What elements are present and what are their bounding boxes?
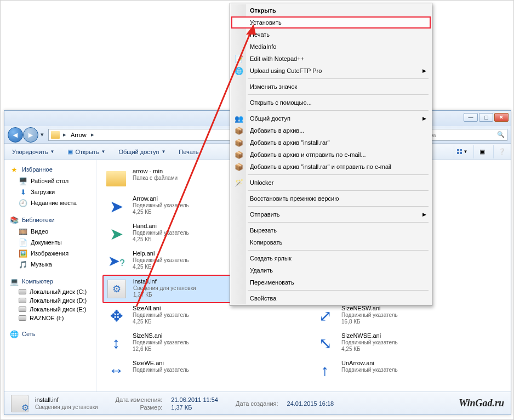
context-menu-item[interactable]: Вырезать (231, 224, 431, 236)
back-button[interactable]: ◄ (8, 127, 23, 143)
menu-item-icon: 📦 (235, 126, 243, 135)
sidebar-item-drive-d[interactable]: Локальный диск (D:) (4, 296, 96, 305)
context-menu-item[interactable]: Удалить (231, 264, 431, 276)
file-size: 4,25 КБ (133, 236, 189, 243)
file-icon: ⤢ (314, 305, 336, 327)
sidebar-item-documents[interactable]: 📄Документы (4, 237, 96, 248)
file-item[interactable]: arrow - minПапка с файлами (103, 166, 245, 193)
file-item[interactable]: ↔SizeWE.aniПодвижный указатель (103, 357, 245, 385)
view-mode-button[interactable]: ▼ (454, 145, 467, 158)
maximize-button[interactable]: ▢ (479, 113, 493, 122)
file-type: Подвижный указатель (133, 257, 189, 264)
file-icon: ➤ (105, 223, 127, 245)
menu-item-label: Печать (250, 31, 270, 38)
file-item[interactable]: ↑UnArrow.aniПодвижный указатель (312, 357, 454, 385)
menu-item-label: Добавить в архив "install.rar" и отправи… (250, 163, 391, 170)
sidebar-item-drive-e[interactable]: Локальный диск (E:) (4, 305, 96, 314)
favorites-header[interactable]: ★Избранное (4, 163, 96, 175)
close-button[interactable]: ✕ (494, 113, 509, 122)
file-item[interactable]: ✥SizeAll.aniПодвижный указатель4,25 КБ (103, 303, 245, 330)
file-type: Подвижный указатель (341, 312, 398, 319)
context-menu-item[interactable]: Открыть с помощью... (231, 97, 431, 109)
search-icon: 🔍 (497, 131, 505, 138)
file-item[interactable]: ➤Hand.aniПодвижный указатель4,25 КБ (103, 220, 245, 248)
context-menu-item[interactable]: Восстановить прежнюю версию (231, 192, 431, 205)
menu-item-label: Добавить в архив... (250, 127, 304, 134)
context-menu-item[interactable]: 📦Добавить в архив и отправить по e-mail.… (231, 149, 431, 161)
file-icon: ⚙ (106, 278, 128, 300)
file-type: Сведения для установки (133, 285, 196, 292)
context-menu-item[interactable]: Установить (231, 16, 431, 29)
breadcrumb-separator: ▸ (90, 131, 95, 138)
context-menu-item[interactable]: 📦Добавить в архив... (231, 124, 431, 137)
file-item[interactable]: ⤢SizeNESW.aniПодвижный указатель16,8 КБ (312, 303, 454, 330)
file-item[interactable]: ➤Arrow.aniПодвижный указатель4,25 КБ (103, 193, 245, 220)
context-menu-item[interactable]: 📝Edit with Notepad++ (231, 53, 431, 65)
context-menu-item[interactable]: Копировать (231, 236, 431, 248)
file-icon: ↕ (105, 332, 127, 354)
menu-item-label: Upload using CuteFTP Pro (250, 67, 322, 74)
file-name: Hand.ani (133, 223, 189, 230)
status-file-desc: Сведения для установки (35, 404, 98, 411)
context-menu-item[interactable]: Изменить значок (231, 81, 431, 93)
menu-item-label: MediaInfo (250, 43, 276, 50)
sidebar-item-desktop[interactable]: 🖥️Рабочий стол (4, 175, 96, 186)
file-type: Папка с файлами (133, 175, 178, 181)
help-button[interactable]: ❔ (493, 145, 506, 158)
context-menu-item[interactable]: 📦Добавить в архив "install.rar" (231, 137, 431, 149)
file-name: UnArrow.ani (341, 360, 398, 367)
context-menu-item[interactable]: 👥Общий доступ▶ (231, 112, 431, 124)
window-controls: — ▢ ✕ (464, 113, 509, 122)
video-icon: 🎞️ (19, 227, 27, 236)
file-name: arrow - min (133, 168, 178, 175)
sidebar-item-drive-i[interactable]: RAZNOE (I:) (4, 314, 96, 322)
menu-item-label: Общий доступ (250, 115, 290, 122)
context-menu-item[interactable]: Отправить▶ (231, 208, 431, 220)
nav-sidebar: ★Избранное 🖥️Рабочий стол ⬇Загрузки 🕘Нед… (4, 160, 96, 391)
forward-button[interactable]: ► (23, 127, 38, 143)
menu-item-label: Удалить (250, 267, 273, 274)
file-icon: ⤡ (314, 332, 336, 354)
watermark: WinGad.ru (459, 398, 504, 409)
file-item[interactable]: ⤡SizeNWSE.aniПодвижный указатель4,25 КБ (312, 330, 454, 357)
file-type: Подвижный указатель (341, 339, 398, 346)
libraries-header[interactable]: 📚Библиотеки (4, 214, 96, 226)
context-menu-item[interactable]: 📦Добавить в архив "install.rar" и отправ… (231, 161, 431, 173)
status-meta: Дата изменения:21.06.2011 11:54 Размер:1… (116, 396, 218, 411)
share-button[interactable]: Общий доступ▼ (116, 147, 169, 157)
status-meta: Дата создания:24.01.2015 16:18 (236, 400, 334, 407)
computer-header[interactable]: 💻Компьютер (4, 275, 96, 287)
sidebar-item-drive-c[interactable]: Локальный диск (C:) (4, 287, 96, 296)
file-item[interactable]: ⚙install.infСведения для установки1,37 К… (103, 275, 245, 303)
sidebar-item-downloads[interactable]: ⬇Загрузки (4, 186, 96, 197)
file-type: Подвижный указатель (133, 339, 189, 346)
print-button[interactable]: Печать (175, 147, 202, 157)
submenu-arrow-icon: ▶ (422, 212, 426, 217)
context-menu-item[interactable]: Свойства (231, 292, 431, 304)
menu-item-label: Переименовать (250, 279, 294, 286)
context-menu-item[interactable]: MediaInfo (231, 41, 431, 53)
context-menu-item[interactable]: Открыть (231, 4, 431, 16)
nav-history-dropdown[interactable]: ▾ (38, 127, 46, 143)
context-menu-item[interactable]: Создать ярлык (231, 252, 431, 264)
open-button[interactable]: ▣Открыть▼ (64, 146, 108, 157)
computer-icon: 💻 (10, 277, 19, 286)
context-menu-item[interactable]: 🌐Upload using CuteFTP Pro▶ (231, 65, 431, 77)
preview-pane-button[interactable]: ▣ (473, 145, 487, 158)
context-menu-item[interactable]: Печать (231, 29, 431, 41)
menu-item-label: Добавить в архив "install.rar" (250, 139, 330, 146)
sidebar-item-videos[interactable]: 🎞️Видео (4, 226, 96, 237)
sidebar-item-pictures[interactable]: 🖼️Изображения (4, 248, 96, 259)
file-item[interactable]: ➤?Help.aniПодвижный указатель4,25 КБ (103, 248, 245, 275)
status-file-name: install.inf (35, 396, 98, 404)
context-menu-item[interactable]: Переименовать (231, 276, 431, 288)
organize-button[interactable]: Упорядочить▼ (9, 147, 58, 157)
breadcrumb[interactable]: Arrow (70, 132, 88, 138)
sidebar-item-music[interactable]: 🎵Музыка (4, 259, 96, 270)
minimize-button[interactable]: — (464, 113, 478, 122)
context-menu-item[interactable]: 🪄Unlocker (231, 177, 431, 189)
file-item[interactable]: ↕SizeNS.aniПодвижный указатель12,6 КБ (103, 330, 245, 357)
status-file-icon (11, 395, 28, 412)
network-header[interactable]: 🌐Сеть (4, 328, 96, 340)
sidebar-item-recent[interactable]: 🕘Недавние места (4, 197, 96, 208)
